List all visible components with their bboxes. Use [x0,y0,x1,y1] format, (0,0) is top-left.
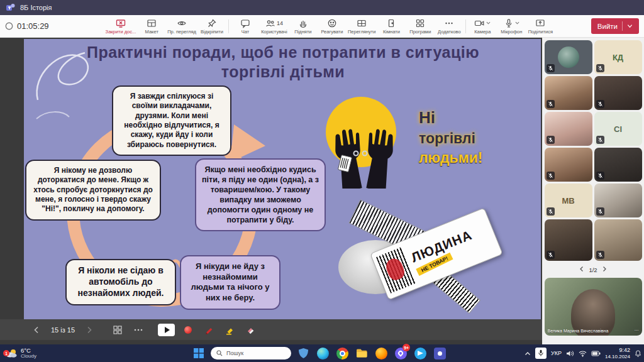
next-slide-button[interactable] [82,323,97,337]
volume-icon[interactable] [566,350,574,357]
chevron-down-icon [627,23,633,29]
telegram-app-icon[interactable] [413,346,428,361]
teacher-name: Велика Марина Вячеславівна [548,329,609,333]
participant-tile[interactable]: КД [594,40,642,74]
participants-button[interactable]: 14 Користувачі [260,16,289,37]
prev-slide-button[interactable] [29,323,44,337]
participant-tile[interactable] [594,219,642,261]
slogan-line-1: Ні [419,107,483,129]
notification-center-button[interactable] [635,350,641,357]
tag-text-block: ЛЮДИНА НЕ ТОВАР! [409,228,478,275]
layout-icon [147,18,157,28]
timer-icon [5,22,13,30]
firefox-app-icon[interactable] [374,346,389,361]
language-indicator[interactable]: УКР [551,350,562,356]
unpin-button[interactable]: Відкріпити [197,16,226,37]
participant-tile[interactable]: СІ [594,112,642,146]
teams-app-icon[interactable] [432,346,447,361]
leave-button[interactable]: Вийти [591,18,639,34]
raise-hand-button[interactable]: Підняти [289,16,318,37]
slogan-line-3: людьми! [419,148,483,168]
mic-muted-icon [547,64,555,72]
more-button[interactable]: Додатково [435,16,464,37]
participant-tile[interactable]: МВ [545,184,592,217]
pager-next-button[interactable] [602,266,607,273]
teacher-video-tile[interactable]: Велика Марина Вячеславівна ⋯ [545,278,642,336]
view-button[interactable]: Переглянути [347,16,377,37]
mic-muted-icon [596,207,604,216]
apps-button[interactable]: Програми [406,16,435,37]
eraser-tool[interactable] [243,323,258,337]
weather-condition: Cloudy [21,354,36,359]
participant-tile[interactable] [594,184,642,217]
chat-button[interactable]: Чат [231,16,260,37]
participant-tile[interactable] [545,40,592,74]
window-titlebar: 8Б Історія [0,0,644,15]
unread-badge: 9+ [402,344,410,351]
tile-more-icon[interactable]: ⋯ [635,328,639,333]
weather-widget[interactable]: 1 6°C Cloudy [3,344,39,362]
folder-app-icon[interactable] [354,346,369,361]
mic-muted-icon [547,251,555,259]
highlighter-tool[interactable] [222,323,237,337]
eraser-icon [245,325,255,335]
stop-share-icon [116,18,126,28]
participant-tile[interactable] [545,219,592,261]
chat-icon [240,18,250,28]
play-button[interactable] [158,324,175,336]
start-button[interactable] [191,346,206,361]
tray-time: 9:42 [619,347,630,353]
mic-button[interactable]: Мікрофон [497,16,526,37]
participant-tile[interactable] [594,76,642,110]
clock[interactable]: 9:42 14.10.2024 [605,347,630,359]
participants-panel: КД СІ МВ [542,38,644,344]
layout-button[interactable]: Макет [137,16,166,37]
participant-tile[interactable] [545,148,592,182]
chevron-down-icon [515,21,519,25]
share-button[interactable]: Поділитися [526,16,555,37]
react-button[interactable]: Реагувати [318,16,347,37]
leave-divider [622,21,623,31]
advice-bubble-2: Я нікому не дозволю доторкатися до мене.… [25,160,161,221]
meeting-toolbar: 01:05:29 Закрити дос... Макет Пр. перегл… [0,15,644,38]
tray-overflow-button[interactable] [525,351,531,356]
slide-counter: 15 із 15 [51,326,75,334]
slogan-text: Ні торгівлі людьми! [419,107,483,168]
camera-button[interactable]: Камера [468,16,497,37]
search-label: Пошук [226,350,243,356]
presentation-slide: Практичні поради, щоб не потрапити в сит… [24,39,541,319]
participants-count: 14 [277,20,283,26]
chrome-app-icon[interactable] [335,346,350,361]
participant-tile[interactable] [545,112,592,146]
laser-pointer-tool[interactable] [180,323,196,337]
search-icon [216,350,223,356]
system-tray: УКР 9:42 14.10.2024 [525,344,641,362]
unpin-icon [207,18,217,28]
battery-icon[interactable] [591,351,601,356]
mic-muted-icon [596,64,604,72]
viber-app-icon[interactable]: 9+ [393,346,408,361]
mic-in-use-indicator[interactable] [535,348,547,359]
pen-tool[interactable] [201,323,216,337]
taskbar-search[interactable]: Пошук [211,347,291,359]
edge-app-icon[interactable] [315,346,330,361]
participant-tile[interactable] [545,76,592,110]
network-icon[interactable] [579,350,587,357]
grid-view-button[interactable] [110,323,125,337]
rooms-button[interactable]: Кімнати [377,16,406,37]
presenter-view-button[interactable]: Пр. перегляд [166,16,197,37]
shared-content-stage: Практичні поради, щоб не потрапити в сит… [0,38,542,344]
stop-sharing-button[interactable]: Закрити дос... [104,16,138,37]
pager-label: 1/2 [589,266,597,273]
mic-muted-icon [596,136,604,144]
slogan-line-2: торгівлі [419,129,483,148]
participant-tile[interactable] [594,148,642,182]
toolbar-separator [465,19,466,33]
defender-app-icon[interactable] [296,346,311,361]
laser-icon [184,326,192,334]
more-dots-icon [444,18,454,28]
meeting-title: 8Б Історія [20,4,52,11]
pager-prev-button[interactable] [579,266,584,273]
windows-taskbar: 1 6°C Cloudy Пошук [0,344,644,362]
presenter-more-button[interactable] [131,323,146,337]
